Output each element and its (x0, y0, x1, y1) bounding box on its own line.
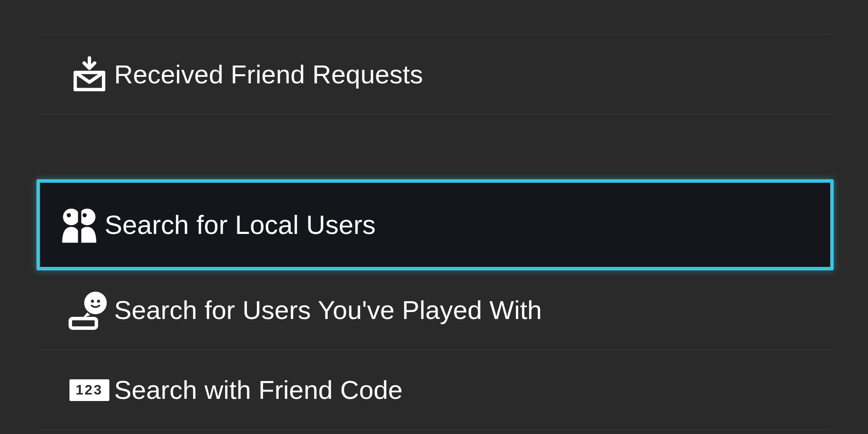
menu-item-label: Received Friend Requests (114, 59, 423, 89)
svg-point-3 (67, 213, 71, 217)
menu-item-friend-code[interactable]: 123 Search with Friend Code (39, 350, 831, 430)
selection-highlight: Search for Local Users (36, 179, 834, 270)
menu-list: Received Friend Requests (39, 35, 831, 430)
menu-item-local-users[interactable]: Search for Local Users (39, 179, 831, 270)
menu-item-label: Search with Friend Code (114, 375, 403, 405)
svg-rect-6 (78, 206, 82, 243)
inbox-download-icon (64, 56, 114, 93)
code-badge: 123 (69, 379, 109, 401)
svg-point-9 (97, 300, 100, 303)
friend-code-icon: 123 (64, 379, 114, 401)
svg-point-7 (84, 292, 107, 314)
menu-item-played-with[interactable]: Search for Users You've Played With (39, 270, 831, 350)
menu-item-label: Search for Users You've Played With (114, 295, 542, 325)
menu-item-received-requests[interactable]: Received Friend Requests (39, 34, 831, 115)
svg-rect-10 (70, 319, 96, 328)
console-user-icon (64, 290, 114, 330)
svg-point-5 (82, 213, 87, 217)
menu-item-label: Search for Local Users (105, 210, 376, 240)
svg-point-2 (63, 209, 79, 225)
friend-menu-screen: Received Friend Requests (0, 0, 868, 434)
svg-point-8 (91, 300, 94, 303)
section-gap (39, 115, 831, 180)
two-users-icon (55, 205, 105, 244)
